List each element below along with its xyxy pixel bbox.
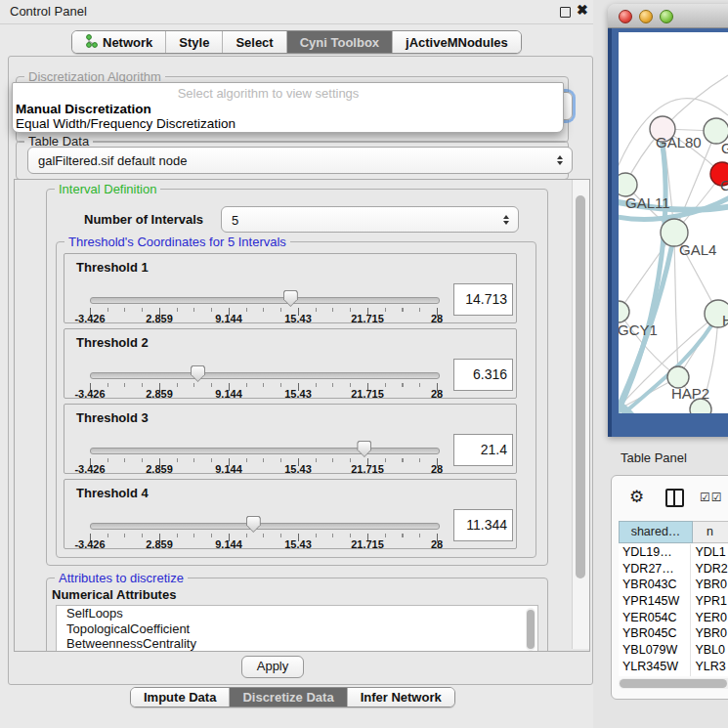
tab-jactivemnodules[interactable]: jActiveMNodules [393, 31, 521, 53]
threshold-label: Threshold 2 [76, 335, 149, 350]
table-row[interactable]: YIL052C YIL0 [619, 675, 728, 677]
threshold-row: Threshold 4 -3.4262.8599.14415.4321.7152… [64, 479, 517, 549]
tab-discretize-data[interactable]: Discretize Data [230, 688, 347, 707]
svg-text:G: G [721, 140, 728, 156]
slider-tick-labels: -3.4262.8599.14415.4321.71528 [64, 538, 516, 550]
network-window-frame: GAL80 G C GAL11 GAL4 GCY1 H HAP2 [608, 28, 728, 437]
tab-impute-data[interactable]: Impute Data [131, 688, 230, 707]
combo-stepper-icon [557, 155, 563, 165]
apply-button[interactable]: Apply [241, 656, 304, 678]
minimize-traffic-light-icon[interactable] [639, 10, 653, 23]
algorithm-prompt: Select algorithm to view settings [13, 86, 524, 101]
slider-track[interactable] [90, 297, 440, 304]
table-row[interactable]: YDL19… YDL1 [619, 544, 728, 561]
attributes-title: Attributes to discretize [55, 571, 188, 585]
svg-text:GAL11: GAL11 [625, 194, 670, 211]
table-row[interactable]: YER054C YER0 [619, 610, 728, 626]
attributes-list-scrollbar[interactable] [526, 608, 535, 651]
table-panel-toolbar: ⚙ ☑☑ [612, 476, 728, 519]
app-root: Control Panel ✖ Network Style Se [0, 0, 728, 728]
table-horizontal-scrollbar[interactable] [619, 678, 728, 689]
network-window-titlebar[interactable] [608, 4, 728, 28]
slider-thumb[interactable] [191, 365, 205, 382]
tab-network-label: Network [103, 35, 152, 50]
svg-text:C: C [720, 177, 728, 193]
tab-network[interactable]: Network [72, 31, 166, 53]
network-view-window: GAL80 G C GAL11 GAL4 GCY1 H HAP2 [608, 4, 728, 437]
combo-stepper-icon [503, 215, 509, 225]
table-row[interactable]: YBL079W YBL0 [619, 642, 728, 659]
control-panel-tabs: Network Style Select Cyni Toolbox jActiv… [71, 30, 522, 54]
numerical-attributes-list[interactable]: SelfLoops TopologicalCoefficient Between… [56, 605, 538, 652]
attribute-list-item[interactable]: TopologicalCoefficient [57, 621, 537, 637]
slider-thumb[interactable] [283, 290, 298, 307]
network-graph-icon [85, 34, 98, 51]
threshold-value-field[interactable]: 21.4 [453, 434, 513, 466]
bottom-tabs: Impute Data Discretize Data Infer Networ… [130, 687, 455, 707]
slider-track[interactable] [90, 448, 440, 454]
float-window-icon[interactable] [560, 7, 571, 18]
column-header-name[interactable]: n [693, 521, 728, 543]
network-canvas[interactable]: GAL80 G C GAL11 GAL4 GCY1 H HAP2 [619, 32, 728, 413]
close-icon[interactable]: ✖ [577, 2, 588, 18]
select-columns-checkboxes-icon[interactable]: ☑☑ [700, 491, 723, 504]
table-body[interactable]: YDL19… YDL1 YDR27… YDR2 YBR043C YBR0 YPR… [619, 544, 728, 676]
svg-text:GAL4: GAL4 [679, 241, 716, 258]
table-row[interactable]: YDR27… YDR2 [619, 561, 728, 578]
number-of-intervals-label: Number of Intervals [84, 212, 203, 227]
close-traffic-light-icon[interactable] [619, 10, 632, 23]
number-of-intervals-combo[interactable]: 5 [221, 206, 519, 233]
popup-item-manual-discretization[interactable]: Manual Discretization [16, 102, 151, 116]
column-header-shared-name[interactable]: shared… [619, 521, 693, 543]
table-panel-title: Table Panel [621, 450, 687, 465]
attribute-list-item[interactable]: SelfLoops [57, 606, 537, 621]
svg-text:HAP2: HAP2 [671, 385, 709, 402]
settings-scroll-area: Interval Definition Number of Intervals … [14, 179, 590, 652]
threshold-label: Threshold 3 [76, 410, 149, 425]
svg-text:GAL80: GAL80 [656, 134, 702, 150]
threshold-value-field[interactable]: 14.713 [453, 283, 513, 316]
interval-definition-title: Interval Definition [55, 182, 160, 196]
tab-infer-network[interactable]: Infer Network [348, 688, 454, 707]
numerical-attributes-label: Numerical Attributes [52, 587, 176, 602]
node-gal11 [619, 173, 637, 196]
table-row[interactable]: YBR043C YBR0 [619, 577, 728, 593]
slider-track[interactable] [90, 523, 440, 530]
table-row[interactable]: YPR145W YPR1 [619, 593, 728, 610]
slider-tick-labels: -3.4262.8599.14415.4321.71528 [64, 463, 516, 475]
popup-item-equal-width-frequency[interactable]: Equal Width/Frequency Discretization [16, 116, 236, 131]
attribute-list-item[interactable]: BetweennessCentrality [57, 636, 537, 652]
slider-thumb[interactable] [357, 441, 371, 457]
table-row[interactable]: YBR045C YBR0 [619, 625, 728, 642]
tab-cyni-toolbox[interactable]: Cyni Toolbox [287, 31, 393, 53]
slider-thumb[interactable] [246, 516, 261, 533]
threshold-row: Threshold 2 -3.4262.8599.14415.4321.7152… [64, 328, 517, 399]
control-panel-titlebar: Control Panel ✖ [0, 0, 598, 24]
gear-icon[interactable]: ⚙ [629, 489, 644, 505]
threshold-rows: Threshold 1 -3.4262.8599.14415.4321.7152… [64, 253, 517, 554]
svg-text:GCY1: GCY1 [619, 321, 658, 338]
threshold-row: Threshold 3 -3.4262.8599.14415.4321.7152… [64, 404, 517, 474]
table-data-combo[interactable]: galFiltered.sif default node [27, 147, 573, 174]
threshold-value-field[interactable]: 6.316 [453, 359, 513, 391]
zoom-traffic-light-icon[interactable] [660, 10, 673, 23]
slider-track[interactable] [90, 372, 440, 379]
algorithm-dropdown-popup: Select algorithm to view settings Manual… [12, 82, 564, 133]
thresholds-title: Threshold's Coordinates for 5 Intervals [64, 235, 290, 249]
threshold-label: Threshold 1 [76, 260, 149, 275]
node-gcy1 [619, 301, 629, 322]
settings-vertical-scrollbar[interactable] [572, 180, 589, 649]
table-header-row: shared… n [619, 521, 728, 543]
table-panel: ⚙ ☑☑ shared… n YDL19… YDL1 YDR27… YDR2 [611, 475, 728, 700]
slider-tick-labels: -3.4262.8599.14415.4321.71528 [64, 388, 516, 400]
threshold-row: Threshold 1 -3.4262.8599.14415.4321.7152… [64, 253, 517, 323]
threshold-value-field[interactable]: 11.344 [453, 509, 513, 541]
columns-icon[interactable] [665, 489, 684, 507]
svg-text:H: H [722, 312, 728, 328]
table-row[interactable]: YLR345W YLR3 [619, 659, 728, 675]
number-of-intervals-value: 5 [232, 212, 238, 227]
tab-select[interactable]: Select [223, 31, 286, 53]
panel-title: Control Panel [10, 4, 87, 19]
tab-style[interactable]: Style [166, 31, 223, 53]
slider-tick-labels: -3.4262.8599.14415.4321.71528 [64, 313, 516, 324]
